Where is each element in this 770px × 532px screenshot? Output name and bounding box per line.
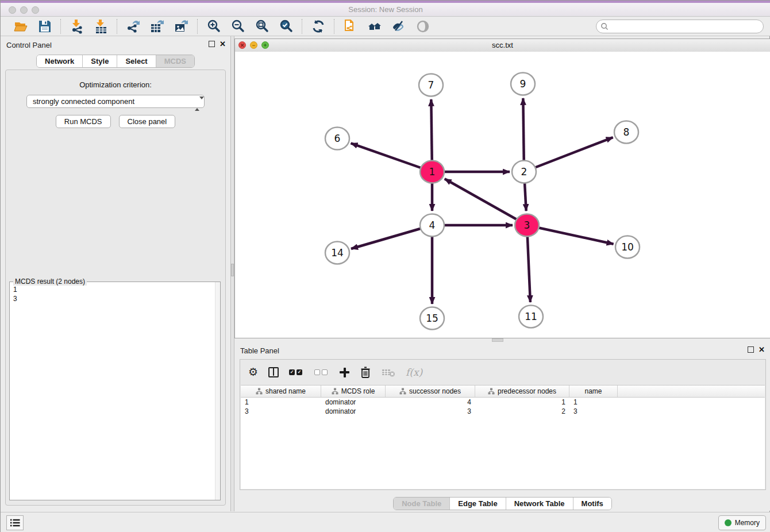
duplicate-network-icon[interactable] xyxy=(343,19,358,34)
horizontal-splitter[interactable] xyxy=(234,338,770,343)
network-window-titlebar[interactable]: ✕ − + scc.txt xyxy=(235,39,770,52)
search-field xyxy=(596,20,764,33)
column-label: MCDS role xyxy=(341,387,375,395)
show-columns-icon[interactable] xyxy=(268,367,279,377)
node-10[interactable]: 10 xyxy=(615,236,640,259)
zoom-fit-icon[interactable] xyxy=(255,19,270,34)
node-label: 1 xyxy=(429,166,436,178)
node-15[interactable]: 15 xyxy=(420,307,444,330)
splitter-handle[interactable] xyxy=(231,264,234,276)
delete-row-trash-icon[interactable] xyxy=(360,366,371,379)
float-panel-icon[interactable] xyxy=(209,41,215,47)
tab-network[interactable]: Network xyxy=(37,55,82,67)
task-history-button[interactable] xyxy=(6,515,24,530)
unselect-all-columns-icon[interactable] xyxy=(314,369,329,375)
table-row[interactable]: 1dominator411 xyxy=(241,398,765,407)
run-mcds-button[interactable]: Run MCDS xyxy=(56,115,111,128)
zoom-selected-icon[interactable] xyxy=(279,19,294,34)
search-input[interactable] xyxy=(596,20,764,33)
close-panel-icon[interactable]: ✕ xyxy=(220,41,226,47)
tab-motifs[interactable]: Motifs xyxy=(573,498,611,510)
column-header-shared-name[interactable]: shared name xyxy=(241,385,321,397)
status-bar: Memory xyxy=(1,512,770,532)
network-graph[interactable]: 7968124314101511 xyxy=(235,52,770,338)
save-session-icon[interactable] xyxy=(37,19,52,34)
result-scrollbar[interactable] xyxy=(215,282,220,500)
list-icon xyxy=(10,518,20,527)
import-table-icon[interactable] xyxy=(94,19,109,34)
node-14[interactable]: 14 xyxy=(325,242,349,264)
table-settings-icon[interactable]: ⚙ xyxy=(248,367,258,378)
edge-3-10[interactable] xyxy=(527,225,614,244)
node-4[interactable]: 4 xyxy=(420,214,444,237)
edge-2-8[interactable] xyxy=(524,137,613,172)
column-type-icon xyxy=(256,388,263,395)
column-header-MCDS-role[interactable]: MCDS role xyxy=(321,385,386,397)
show-hide-panel-eye-icon[interactable] xyxy=(415,19,430,34)
tab-style[interactable]: Style xyxy=(82,55,117,67)
add-row-icon[interactable] xyxy=(340,368,349,377)
node-2[interactable]: 2 xyxy=(512,161,536,183)
apply-layout-icon[interactable] xyxy=(311,19,326,34)
node-11[interactable]: 11 xyxy=(519,306,543,328)
tab-select[interactable]: Select xyxy=(117,55,155,67)
delete-table-icon[interactable] xyxy=(382,367,395,377)
select-stepper-icon xyxy=(195,98,200,106)
network-canvas[interactable]: 7968124314101511 xyxy=(235,52,770,338)
column-header-predecessor-nodes[interactable]: predecessor nodes xyxy=(475,385,569,397)
memory-button[interactable]: Memory xyxy=(718,515,766,530)
node-6[interactable]: 6 xyxy=(325,128,349,150)
column-header-successor-nodes[interactable]: successor nodes xyxy=(386,385,475,397)
table-cell: dominator xyxy=(321,407,386,416)
first-neighbors-icon[interactable] xyxy=(367,19,382,34)
edge-1-6[interactable] xyxy=(351,143,432,172)
graphics-details-icon[interactable] xyxy=(391,19,406,34)
node-label: 15 xyxy=(426,313,438,324)
application-window: Session: New Session xyxy=(0,0,770,532)
node-label: 9 xyxy=(520,78,526,90)
zoom-out-icon[interactable] xyxy=(230,19,245,34)
splitter-handle[interactable] xyxy=(492,338,503,342)
close-panel-icon[interactable]: ✕ xyxy=(759,346,765,353)
search-icon xyxy=(600,22,609,30)
column-label: predecessor nodes xyxy=(498,387,556,395)
vertical-splitter[interactable] xyxy=(230,36,234,511)
table-body: 1dominator4113dominator323 xyxy=(241,398,765,489)
mcds-result-lines[interactable]: 13 xyxy=(10,284,215,500)
zoom-in-icon[interactable] xyxy=(206,19,221,34)
tab-network-table[interactable]: Network Table xyxy=(506,498,573,510)
function-builder-icon[interactable]: f(x) xyxy=(406,367,422,378)
table-cell: dominator xyxy=(321,398,386,407)
tab-node-table[interactable]: Node Table xyxy=(394,498,449,510)
select-all-columns-icon[interactable]: ✓✓ xyxy=(289,369,304,375)
node-9[interactable]: 9 xyxy=(511,73,535,95)
export-network-icon[interactable] xyxy=(126,19,141,34)
node-3[interactable]: 3 xyxy=(515,214,539,237)
float-panel-icon[interactable] xyxy=(748,346,754,353)
result-line: 3 xyxy=(13,294,212,303)
node-label: 7 xyxy=(428,79,434,91)
titlebar-accent-strip xyxy=(1,1,770,3)
column-header-name[interactable]: name xyxy=(569,385,618,397)
import-network-icon[interactable] xyxy=(70,19,84,34)
node-1[interactable]: 1 xyxy=(420,161,444,183)
export-table-icon[interactable] xyxy=(150,19,165,34)
column-label: name xyxy=(584,387,602,395)
edge-3-1[interactable] xyxy=(445,179,527,225)
node-8[interactable]: 8 xyxy=(614,121,638,144)
export-image-icon[interactable] xyxy=(174,19,189,34)
open-session-icon[interactable] xyxy=(13,19,28,34)
criterion-select[interactable]: strongly connected component xyxy=(26,95,205,108)
table-cell: 2 xyxy=(475,407,569,416)
criterion-value: strongly connected component xyxy=(33,97,134,106)
memory-status-icon xyxy=(725,519,732,526)
close-panel-button[interactable]: Close panel xyxy=(119,115,176,128)
column-type-icon xyxy=(488,388,495,395)
main-toolbar xyxy=(1,17,770,36)
table-cell: 1 xyxy=(475,398,569,407)
tab-edge-table[interactable]: Edge Table xyxy=(449,498,505,510)
tab-mcds[interactable]: MCDS xyxy=(156,55,194,67)
column-type-icon xyxy=(399,388,406,395)
table-row[interactable]: 3dominator323 xyxy=(241,407,765,416)
node-7[interactable]: 7 xyxy=(419,74,443,97)
